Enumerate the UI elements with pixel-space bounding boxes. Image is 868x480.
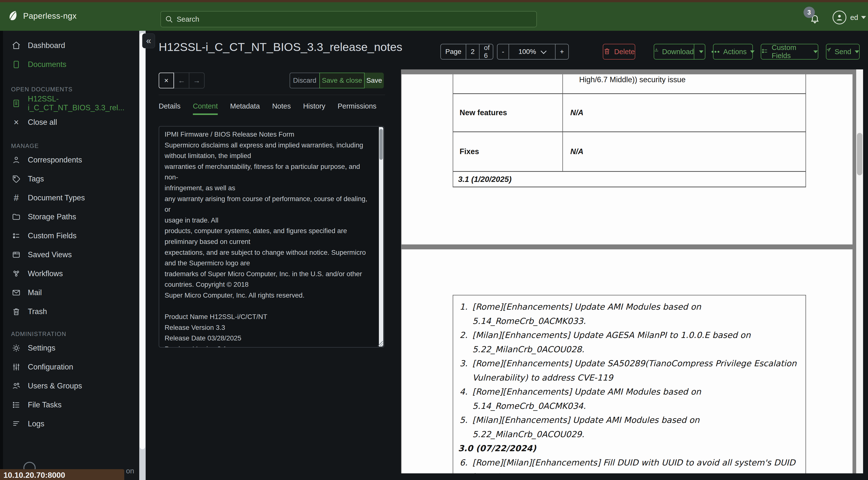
sidebar-item-custom-fields[interactable]: Custom Fields	[3, 230, 139, 242]
sidebar: Dashboard Documents OPEN DOCUMENTS H12SS…	[3, 31, 139, 480]
list-item-text: [Milan][Enhancements] Update AGESA Milan…	[472, 328, 751, 356]
tab-permissions[interactable]: Permissions	[338, 102, 376, 115]
tab-notes[interactable]: Notes	[272, 102, 291, 115]
download-dropdown-button[interactable]	[694, 44, 705, 60]
table-cell: High/6.7 Middle)) security issue	[563, 74, 806, 93]
close-icon: ×	[11, 117, 22, 127]
textarea-scrollbar-thumb[interactable]	[379, 129, 383, 160]
custom-fields-button[interactable]: Custom Fields	[761, 44, 818, 60]
sidebar-item-tags[interactable]: Tags	[3, 173, 139, 185]
list-item-number: 1.	[453, 300, 472, 328]
custom-fields-icon	[761, 48, 768, 56]
tab-metadata[interactable]: Metadata	[230, 102, 260, 115]
delete-button[interactable]: Delete	[603, 44, 635, 60]
workflows-icon	[11, 269, 22, 279]
version-heading: 3.0 (07/22/2024)	[453, 441, 806, 456]
sidebar-item-settings[interactable]: Settings	[3, 342, 139, 354]
content-textarea[interactable]: IPMI Firmware / BIOS Release Notes Form …	[159, 126, 384, 348]
sidebar-item-storage-paths[interactable]: Storage Paths	[3, 211, 139, 223]
version-heading-text: 3.0 (07/22/2024)	[458, 441, 536, 456]
browser-top-strip	[0, 0, 868, 2]
sidebar-item-documents[interactable]: Documents	[3, 58, 139, 71]
caret-down-icon	[699, 51, 704, 53]
sidebar-item-trash[interactable]: Trash	[3, 305, 139, 318]
sidebar-item-open-document[interactable]: H12SSL-i_C_CT_NT_BIOS_3.3_rel...	[3, 97, 139, 110]
sidebar-item-label: Logs	[28, 419, 44, 428]
sidebar-item-document-types[interactable]: # Document Types	[3, 192, 139, 204]
table-cell: Fixes	[453, 132, 563, 171]
pdf-page-1: High/6.7 Middle)) security issue New fea…	[402, 74, 852, 244]
sidebar-item-label: Document Types	[28, 193, 85, 202]
sidebar-item-close-all[interactable]: × Close all	[3, 116, 139, 128]
zoom-in-button[interactable]: +	[555, 44, 568, 59]
sidebar-item-file-tasks[interactable]: File Tasks	[3, 399, 139, 411]
sidebar-collapse-button[interactable]: «	[142, 33, 155, 48]
table-row: Fixes N/A	[453, 132, 806, 172]
actions-button[interactable]: ••• Actions	[713, 44, 753, 60]
next-document-button[interactable]: →	[189, 72, 205, 88]
discard-button[interactable]: Discard	[289, 72, 319, 88]
sidebar-item-workflows[interactable]: Workflows	[3, 268, 139, 280]
list-item-number: 5.	[453, 413, 472, 441]
user-menu-caret-icon[interactable]	[861, 16, 866, 19]
sidebar-item-saved-views[interactable]: Saved Views	[3, 249, 139, 261]
saved-views-icon	[11, 249, 22, 260]
notifications-button[interactable]: 3	[805, 8, 822, 27]
sidebar-item-users-groups[interactable]: Users & Groups	[3, 380, 139, 392]
delete-label: Delete	[614, 48, 635, 56]
sidebar-scrollbar[interactable]	[139, 31, 146, 480]
username[interactable]: ed	[850, 13, 858, 22]
person-icon	[11, 155, 22, 165]
sidebar-item-label: Mail	[28, 288, 42, 297]
previous-document-button[interactable]: ←	[174, 72, 189, 88]
textarea-scrollbar[interactable]	[379, 127, 383, 347]
list-item: 1. [Rome][Enhancements] Update AMI Modul…	[453, 300, 806, 328]
table-cell: N/A	[563, 132, 806, 171]
sidebar-item-label: Dashboard	[28, 41, 65, 50]
sidebar-item-dashboard[interactable]: Dashboard	[3, 39, 139, 52]
table-cell: N/A	[563, 94, 806, 131]
pdf-preview-viewer[interactable]: High/6.7 Middle)) security issue New fea…	[401, 69, 863, 473]
search-input[interactable]: Search	[160, 11, 537, 27]
save-controls-group: Discard Save & close Save	[289, 72, 384, 88]
caret-down-icon	[855, 51, 859, 53]
manage-section-label: MANAGE	[11, 142, 139, 149]
page-number-input[interactable]: 2	[466, 44, 479, 59]
tab-history[interactable]: History	[303, 102, 325, 115]
document-text-icon	[11, 98, 22, 109]
brand[interactable]: Paperless-ngx	[7, 9, 76, 22]
sidebar-item-configuration[interactable]: Configuration	[3, 361, 139, 373]
sidebar-item-label: Workflows	[28, 269, 63, 278]
avatar[interactable]	[833, 10, 846, 24]
zoom-out-button[interactable]: -	[497, 44, 508, 59]
pdf-scrollbar-thumb[interactable]	[857, 133, 862, 175]
send-button[interactable]: Send	[826, 44, 860, 60]
sidebar-scrollbar-thumb[interactable]	[140, 33, 145, 449]
trash-icon	[603, 48, 611, 56]
send-label: Send	[835, 48, 851, 56]
window-left-edge	[0, 31, 3, 480]
mail-icon	[11, 288, 22, 298]
sidebar-item-logs[interactable]: Logs	[3, 418, 139, 430]
sidebar-item-label: Trash	[28, 307, 47, 316]
zoom-level-select[interactable]: 100%	[508, 44, 555, 59]
list-item: 4. [Rome][Enhancements] Update AMI Modul…	[453, 385, 806, 413]
users-icon	[11, 381, 22, 391]
sidebar-item-correspondents[interactable]: Correspondents	[3, 154, 139, 166]
close-document-button[interactable]: ×	[159, 72, 174, 88]
page-navigation-group: Page 2 of 6	[440, 44, 493, 60]
pdf-scrollbar[interactable]	[856, 69, 863, 473]
document-tabs: Details Content Metadata Notes History P…	[159, 102, 389, 115]
download-button[interactable]: Download	[654, 44, 694, 60]
tab-content[interactable]: Content	[193, 102, 218, 115]
enhancements-list-box: 1. [Rome][Enhancements] Update AMI Modul…	[453, 295, 806, 473]
list-item-number: 6.	[453, 456, 472, 474]
document-nav-group: × ← →	[159, 72, 205, 88]
list-item: 6. [Rome][Milan][Enhancements] Fill DUID…	[453, 456, 806, 474]
sidebar-item-label: File Tasks	[28, 400, 62, 409]
save-button[interactable]: Save	[365, 72, 384, 88]
notification-count-badge: 3	[804, 7, 815, 18]
sidebar-item-mail[interactable]: Mail	[3, 287, 139, 299]
save-and-close-button[interactable]: Save & close	[319, 72, 365, 88]
tab-details[interactable]: Details	[159, 102, 181, 115]
